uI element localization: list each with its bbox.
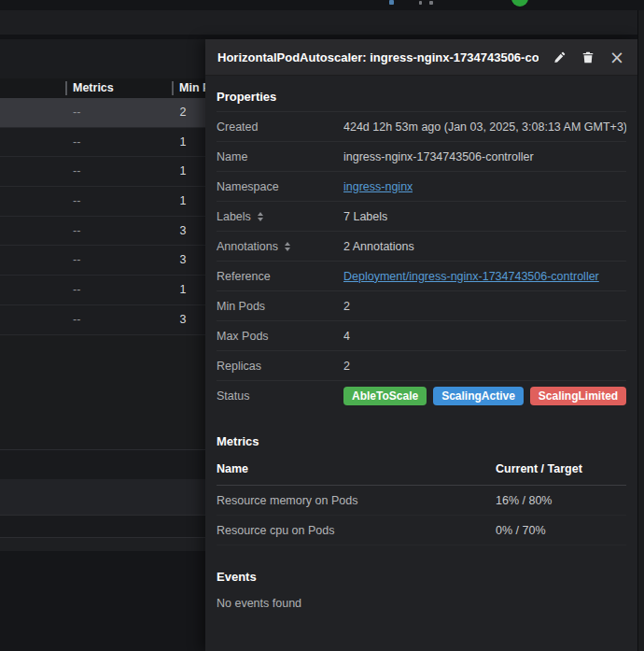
metric-row: Resource memory on Pods 16% / 80% — [217, 486, 626, 516]
cell-metrics: -- — [73, 164, 80, 177]
drawer-title: HorizontalPodAutoscaler: ingress-nginx-1… — [217, 50, 539, 64]
secondary-toolbar — [0, 10, 644, 35]
hpa-details-drawer: HorizontalPodAutoscaler: ingress-nginx-1… — [205, 39, 637, 651]
cell-min-pods: 1 — [175, 164, 191, 177]
drawer-header: HorizontalPodAutoscaler: ingress-nginx-1… — [205, 39, 637, 76]
metrics-col-name: Name — [217, 462, 496, 475]
delete-button[interactable] — [580, 49, 596, 65]
metric-name: Resource memory on Pods — [217, 494, 496, 507]
properties-table: Created 424d 12h 53m ago (Jan 03, 2025, … — [217, 111, 626, 410]
cell-metrics: -- — [73, 283, 80, 296]
property-row-reference: Reference Deployment/ingress-nginx-17347… — [217, 262, 626, 291]
replicas-label: Replicas — [217, 360, 261, 373]
cell-min-pods: 2 — [175, 106, 191, 119]
cropped-toolbar-icon — [429, 1, 433, 5]
sort-toggle-icon[interactable] — [258, 212, 263, 221]
min-pods-label: Min Pods — [217, 300, 265, 313]
background-band — [0, 516, 205, 537]
reference-label: Reference — [217, 270, 271, 283]
cell-metrics: -- — [73, 313, 80, 326]
cell-metrics: -- — [73, 194, 80, 207]
metric-value: 0% / 70% — [496, 524, 626, 537]
property-row-min-pods: Min Pods 2 — [217, 291, 626, 321]
app-window: Metrics Min Pods -- 2 -- 1 -- 1 -- 1 -- … — [0, 0, 644, 651]
status-badge: ScalingActive — [433, 387, 524, 405]
replicas-value: 2 — [343, 360, 350, 373]
annotations-value[interactable]: 2 Annotations — [343, 240, 414, 253]
property-row-max-pods: Max Pods 4 — [217, 321, 626, 351]
max-pods-label: Max Pods — [217, 330, 269, 343]
column-header-metrics[interactable]: Metrics — [73, 81, 114, 94]
created-label: Created — [217, 120, 258, 134]
events-heading: Events — [217, 570, 626, 584]
events-empty-text: No events found — [217, 597, 626, 610]
namespace-link[interactable]: ingress-nginx — [343, 180, 413, 193]
annotations-label: Annotations — [217, 240, 278, 253]
cell-min-pods: 3 — [175, 224, 191, 237]
property-row-namespace: Namespace ingress-nginx — [217, 172, 626, 202]
namespace-label: Namespace — [217, 180, 279, 193]
cropped-toolbar-icon — [419, 1, 422, 5]
metric-value: 16% / 80% — [496, 494, 626, 507]
metrics-table-header: Name Current / Target — [217, 456, 626, 486]
background-band — [0, 551, 205, 651]
metrics-col-target: Current / Target — [496, 462, 626, 475]
property-row-replicas: Replicas 2 — [217, 351, 626, 381]
background-band — [0, 479, 205, 515]
cropped-toolbar-icon — [389, 0, 394, 5]
labels-value[interactable]: 7 Labels — [343, 210, 387, 223]
cell-min-pods: 1 — [175, 135, 191, 149]
property-row-created: Created 424d 12h 53m ago (Jan 03, 2025, … — [217, 112, 626, 142]
cell-metrics: -- — [73, 135, 80, 149]
drawer-body: Properties Created 424d 12h 53m ago (Jan… — [205, 90, 637, 610]
min-pods-value: 2 — [343, 300, 350, 313]
property-row-name: Name ingress-nginx-1734743506-controller — [217, 142, 626, 172]
metrics-heading: Metrics — [217, 434, 626, 448]
edit-button[interactable] — [551, 49, 567, 65]
property-row-status: Status AbleToScale ScalingActive Scaling… — [217, 381, 626, 410]
property-row-annotations: Annotations 2 Annotations — [217, 232, 626, 262]
name-value: ingress-nginx-1734743506-controller — [343, 150, 534, 163]
cell-metrics: -- — [73, 253, 80, 266]
metrics-table: Name Current / Target Resource memory on… — [217, 456, 626, 545]
labels-label: Labels — [217, 210, 251, 223]
name-label: Name — [217, 150, 247, 163]
status-badge: AbleToScale — [343, 387, 427, 405]
table-toolbar-area — [0, 39, 205, 78]
property-row-labels: Labels 7 Labels — [217, 202, 626, 232]
metric-name: Resource cpu on Pods — [217, 524, 496, 537]
sort-toggle-icon[interactable] — [285, 242, 290, 251]
trash-icon — [581, 50, 595, 64]
scrollbar-track[interactable] — [637, 10, 644, 651]
close-icon: × — [609, 50, 624, 64]
cluster-status-dot — [511, 0, 528, 7]
properties-heading: Properties — [217, 90, 626, 104]
reference-link[interactable]: Deployment/ingress-nginx-1734743506-cont… — [343, 270, 599, 283]
cell-min-pods: 3 — [175, 313, 191, 326]
close-button[interactable]: × — [609, 49, 625, 65]
background-band — [0, 450, 205, 479]
max-pods-value: 4 — [343, 330, 350, 343]
column-resize-handle[interactable] — [65, 81, 67, 95]
status-label: Status — [217, 389, 249, 403]
status-badge: ScalingLimited — [530, 387, 626, 405]
top-toolbar-cropped — [0, 0, 644, 10]
cell-metrics: -- — [73, 106, 80, 119]
metric-row: Resource cpu on Pods 0% / 70% — [217, 516, 626, 545]
cell-min-pods: 1 — [175, 194, 191, 207]
cell-metrics: -- — [73, 224, 80, 237]
cell-min-pods: 3 — [175, 253, 191, 266]
pencil-icon — [553, 50, 567, 64]
column-resize-handle[interactable] — [172, 81, 174, 95]
created-value: 424d 12h 53m ago (Jan 03, 2025, 3:08:13 … — [343, 120, 626, 134]
cell-min-pods: 1 — [175, 283, 191, 296]
background-band — [0, 538, 205, 551]
